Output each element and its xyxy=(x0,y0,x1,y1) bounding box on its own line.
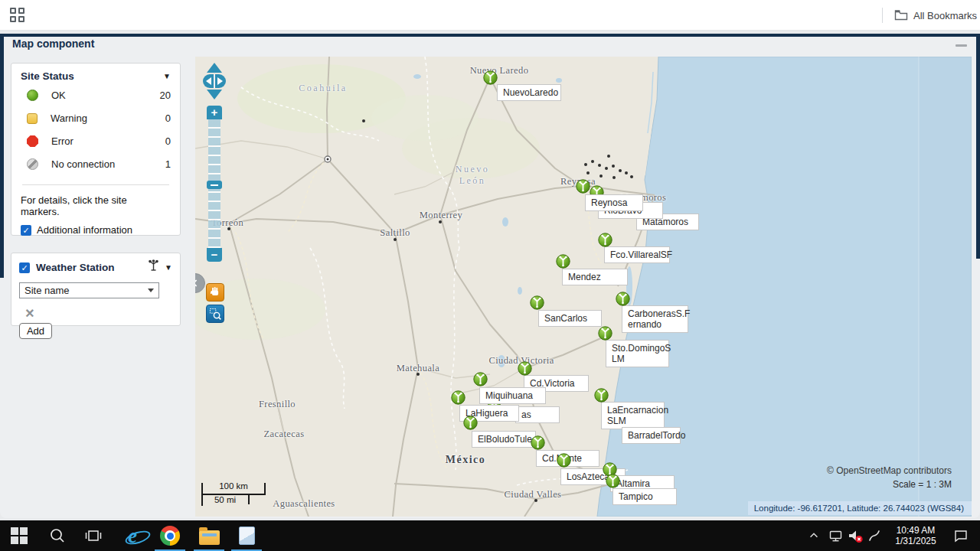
hand-tool-button[interactable] xyxy=(206,283,224,302)
file-explorer-button[interactable] xyxy=(191,520,227,551)
search-button[interactable] xyxy=(40,520,75,551)
site-label-NuevoLaredo: NuevoLaredo xyxy=(497,84,561,101)
site-marker-unlabeled-site[interactable] xyxy=(531,435,545,450)
site-marker-CarbonerasS.Fernando[interactable] xyxy=(616,292,630,306)
site-label-SanCarlos: SanCarlos xyxy=(538,310,602,327)
additional-info-label: Additional information xyxy=(37,224,132,236)
pan-right-button[interactable] xyxy=(217,77,223,85)
site-marker-LaHiguera[interactable] xyxy=(451,390,466,405)
osm-attribution: © OpenStreetMap contributors xyxy=(827,465,952,476)
status-label: OK xyxy=(51,90,160,101)
zoom-box-icon xyxy=(208,307,222,321)
all-bookmarks-button[interactable]: All Bookmarks xyxy=(913,10,977,21)
status-row-warning: Warning0 xyxy=(21,109,171,128)
pan-down-button[interactable] xyxy=(207,90,222,99)
file-explorer-icon xyxy=(199,530,220,545)
hidden-icons-button[interactable] xyxy=(802,520,825,551)
windows-taskbar: e 10:49 AM 1/31/ xyxy=(0,520,980,551)
collapse-caret-icon[interactable]: ▼ xyxy=(163,72,171,80)
site-status-panel: Site Status ▼ OK20Warning0Error0No conne… xyxy=(11,63,181,236)
warning-status-icon xyxy=(27,113,38,124)
site-marker-Sto.DomingoSLM[interactable] xyxy=(598,326,612,341)
notepad-button[interactable] xyxy=(229,520,264,551)
site-status-note: For details, click the site markers. xyxy=(21,194,162,217)
bookmarks-folder-icon xyxy=(894,9,908,24)
internet-explorer-button[interactable]: e xyxy=(115,520,150,551)
site-marker-LaEncarnacionSLM[interactable] xyxy=(594,388,609,403)
site-marker-Altamira[interactable] xyxy=(606,474,620,488)
status-row-error: Error0 xyxy=(21,132,171,151)
site-label-partially-hidden-site: as xyxy=(515,406,560,423)
ok-status-icon xyxy=(27,90,38,101)
site-label-Sto.DomingoSLM: Sto.DomingoSLM xyxy=(606,340,669,367)
clock-time: 10:49 AM xyxy=(885,525,946,536)
zoom-out-button[interactable]: − xyxy=(207,248,222,262)
clear-icon[interactable]: × xyxy=(25,307,34,319)
start-button[interactable] xyxy=(2,520,37,551)
action-center-icon xyxy=(953,528,969,543)
status-label: No connection xyxy=(51,158,165,170)
map-overlays: MatamorosRioBravoReynosaNuevoLaredoFco.V… xyxy=(195,57,972,517)
noconn-status-icon xyxy=(27,158,38,170)
site-marker-Fco.VillarealSF[interactable] xyxy=(598,233,612,247)
status-row-noconn: No connection1 xyxy=(21,155,171,174)
site-name-dropdown[interactable]: Site name xyxy=(19,282,159,298)
chrome-button[interactable] xyxy=(152,520,188,551)
taskbar-clock[interactable]: 10:49 AM 1/31/2025 xyxy=(885,520,946,551)
pen-icon xyxy=(867,529,881,543)
zoom-box-tool-button[interactable] xyxy=(206,305,224,323)
action-center-button[interactable] xyxy=(949,520,972,551)
apps-grid-icon[interactable] xyxy=(10,8,24,22)
error-status-icon xyxy=(27,135,38,147)
status-count: 1 xyxy=(165,158,171,170)
status-label: Warning xyxy=(51,112,165,124)
site-marker-Cd.Victoria[interactable] xyxy=(518,361,532,376)
toolbar-separator xyxy=(882,8,883,23)
internet-explorer-icon: e xyxy=(128,526,137,546)
minimize-icon[interactable] xyxy=(956,44,967,47)
site-label-BarradelTordo: BarradelTordo xyxy=(622,427,681,444)
hand-icon xyxy=(208,285,222,299)
pan-left-button[interactable] xyxy=(206,77,211,85)
map-attribution: © OpenStreetMap contributors Scale = 1 :… xyxy=(827,465,952,490)
site-marker-Mendez[interactable] xyxy=(556,254,570,269)
site-marker-Miquihuana[interactable] xyxy=(473,372,488,386)
weather-station-panel: ✓ Weather Station ▼ Site name × Add xyxy=(11,253,181,326)
search-icon xyxy=(49,527,66,544)
site-marker-SanCarlos[interactable] xyxy=(530,295,544,310)
chrome-icon xyxy=(160,526,180,546)
site-name-dropdown-value: Site name xyxy=(24,285,148,296)
windows-logo-icon xyxy=(11,527,28,544)
volume-muted-tray-icon[interactable] xyxy=(845,520,865,551)
site-status-rows: OK20Warning0Error0No connection1 xyxy=(21,86,171,174)
window-left-border xyxy=(0,37,4,278)
site-label-Miquihuana: Miquihuana xyxy=(479,387,546,404)
task-view-button[interactable] xyxy=(76,520,111,551)
site-marker-ElBoludoTule[interactable] xyxy=(463,416,478,430)
network-tray-icon[interactable] xyxy=(825,520,845,551)
coordinates-status-bar: Longitude: -96.617201, Latitude: 26.7440… xyxy=(748,501,972,515)
site-marker-NuevoLaredo[interactable] xyxy=(483,70,498,85)
status-count: 20 xyxy=(160,90,171,101)
status-count: 0 xyxy=(165,112,171,124)
weather-station-checkbox[interactable]: ✓ xyxy=(19,262,30,273)
zoom-in-button[interactable]: + xyxy=(207,106,222,119)
scale-ratio: Scale = 1 : 3M xyxy=(827,479,952,490)
collapse-caret-icon[interactable]: ▼ xyxy=(165,263,172,272)
ink-workspace-tray-icon[interactable] xyxy=(865,520,884,551)
site-label-Mendez: Mendez xyxy=(562,269,628,285)
site-label-Fco.VillarealSF: Fco.VillarealSF xyxy=(604,246,670,263)
add-button[interactable]: Add xyxy=(19,323,52,339)
additional-info-checkbox[interactable]: ✓ xyxy=(21,225,31,236)
pan-up-button[interactable] xyxy=(207,63,222,73)
window-title: Map component xyxy=(12,37,94,50)
site-marker-Reynosa[interactable] xyxy=(576,179,590,194)
site-marker-Cd.Mante[interactable] xyxy=(557,453,571,468)
zoom-control: + − xyxy=(207,106,222,119)
chevron-down-icon xyxy=(148,289,154,292)
status-count: 0 xyxy=(165,135,171,147)
zoom-slider-handle[interactable] xyxy=(207,181,222,189)
site-label-LaEncarnacionSLM: LaEncarnacionSLM xyxy=(601,402,665,429)
map-canvas[interactable]: CoahuilaNuevo LaredoNuevo LeónReynosaMat… xyxy=(195,57,972,517)
notepad-icon xyxy=(239,527,255,545)
